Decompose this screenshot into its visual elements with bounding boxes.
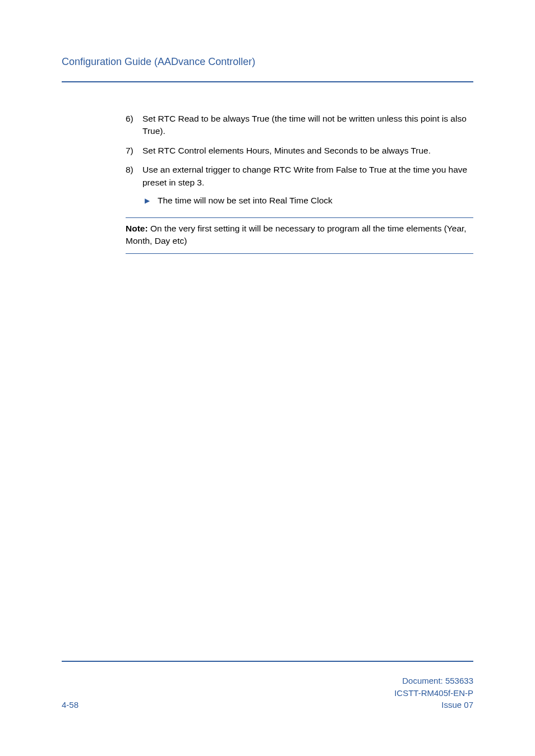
step-text: Set RTC Read to be always True (the time… xyxy=(142,113,473,138)
note-block: Note: On the very first setting it will … xyxy=(126,222,473,248)
content-area: 6) Set RTC Read to be always True (the t… xyxy=(62,113,473,254)
note-rule-top xyxy=(126,217,473,218)
step-text: Use an external trigger to change RTC Wr… xyxy=(142,165,467,187)
footer-doc-number: Document: 553633 xyxy=(394,675,473,687)
steps-list: 6) Set RTC Read to be always True (the t… xyxy=(126,113,473,207)
header-rule xyxy=(62,81,473,82)
list-item: 6) Set RTC Read to be always True (the t… xyxy=(126,113,473,138)
sub-item-text: The time will now be set into Real Time … xyxy=(158,194,333,207)
footer-issue: Issue 07 xyxy=(394,699,473,711)
step-number: 8) xyxy=(126,164,142,207)
note-label: Note: xyxy=(126,224,148,233)
note-text: On the very first setting it will be nec… xyxy=(126,224,467,245)
step-text: Set RTC Control elements Hours, Minutes … xyxy=(142,145,473,157)
list-item: 7) Set RTC Control elements Hours, Minut… xyxy=(126,145,473,157)
step-number: 7) xyxy=(126,145,142,157)
page: Configuration Guide (AADvance Controller… xyxy=(0,0,535,756)
triangle-right-icon: ▶ xyxy=(145,196,150,206)
step-number: 6) xyxy=(126,113,142,138)
page-footer: 4-58 Document: 553633 ICSTT-RM405f-EN-P … xyxy=(62,675,473,711)
note-rule-bottom xyxy=(126,253,473,254)
footer-rule xyxy=(62,661,473,662)
list-item: 8) Use an external trigger to change RTC… xyxy=(126,164,473,207)
page-number: 4-58 xyxy=(62,699,79,711)
page-header-title: Configuration Guide (AADvance Controller… xyxy=(62,56,473,68)
sub-item: ▶ The time will now be set into Real Tim… xyxy=(142,194,473,207)
step-body: Use an external trigger to change RTC Wr… xyxy=(142,164,473,207)
footer-doc-info: Document: 553633 ICSTT-RM405f-EN-P Issue… xyxy=(394,675,473,711)
footer-doc-code: ICSTT-RM405f-EN-P xyxy=(394,687,473,699)
